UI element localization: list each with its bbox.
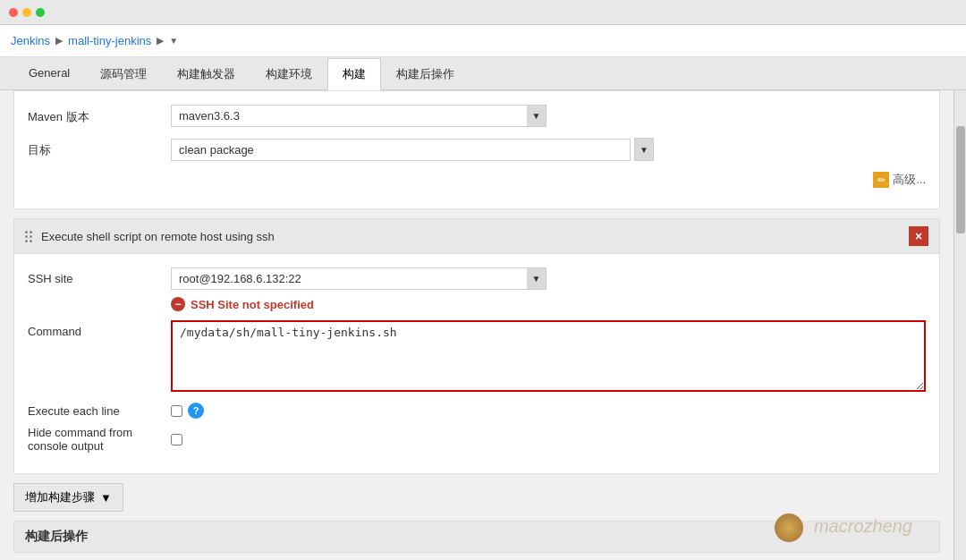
remove-ssh-button[interactable]: × (909, 226, 928, 246)
breadcrumb-dropdown-arrow[interactable]: ▼ (169, 36, 178, 46)
minimize-dot[interactable] (22, 8, 31, 17)
target-label: 目标 (28, 138, 171, 158)
maximize-dot[interactable] (36, 8, 45, 17)
hide-command-checkbox[interactable] (171, 434, 182, 445)
target-dropdown-button[interactable]: ▼ (634, 138, 654, 161)
execute-each-line-checkbox[interactable] (171, 405, 182, 417)
scrollbar[interactable] (953, 90, 966, 560)
post-build-label: 构建后操作 (13, 521, 940, 553)
tab-navigation: General 源码管理 构建触发器 构建环境 构建 构建后操作 (0, 57, 966, 90)
target-row: 目标 ▼ (28, 138, 926, 161)
ssh-site-label: SSH site (28, 272, 171, 285)
tab-build[interactable]: 构建 (327, 58, 381, 90)
maven-version-field: maven3.6.3 ▼ (171, 105, 926, 127)
maven-version-select[interactable]: maven3.6.3 (171, 105, 547, 127)
execute-each-line-label: Execute each line (28, 404, 171, 418)
tab-post[interactable]: 构建后操作 (381, 58, 470, 90)
hide-command-label: Hide command from console output (28, 426, 171, 453)
ssh-section-header: Execute shell script on remote host usin… (14, 219, 939, 254)
drag-dot (25, 231, 28, 233)
execute-each-line-help-icon[interactable]: ? (188, 403, 204, 419)
ssh-error-row: − SSH Site not specified (171, 297, 926, 311)
target-field: ▼ (171, 138, 926, 161)
scrollbar-thumb[interactable] (956, 126, 965, 233)
maven-version-select-wrapper: maven3.6.3 ▼ (171, 105, 547, 127)
drag-dot (25, 240, 28, 242)
tab-general[interactable]: General (13, 58, 85, 90)
drag-dot-row-3 (25, 240, 34, 242)
error-icon: − (171, 297, 185, 311)
bottom-section: 增加构建步骤 ▼ (13, 483, 940, 512)
advanced-label: 高级... (893, 172, 926, 188)
advanced-button[interactable]: ✏ 高级... (873, 172, 926, 188)
main-wrapper: Maven 版本 maven3.6.3 ▼ 目标 ▼ (0, 90, 966, 560)
tab-trigger[interactable]: 构建触发器 (162, 58, 250, 90)
add-build-step-label: 增加构建步骤 (25, 489, 95, 505)
execute-each-line-field: ? (171, 403, 204, 419)
ssh-section-title-text: Execute shell script on remote host usin… (41, 230, 275, 243)
execute-each-line-row: Execute each line ? (28, 403, 926, 419)
content-area: Maven 版本 maven3.6.3 ▼ 目标 ▼ (0, 90, 953, 560)
breadcrumb-project[interactable]: mall-tiny-jenkins (68, 34, 151, 47)
drag-handle[interactable] (25, 229, 34, 243)
drag-dot (30, 235, 32, 238)
add-build-step-button[interactable]: 增加构建步骤 ▼ (13, 483, 123, 512)
tab-source[interactable]: 源码管理 (85, 58, 162, 90)
jenkins-header: Jenkins ▶ mall-tiny-jenkins ▶ ▼ (0, 25, 966, 57)
command-row: Command /mydata/sh/mall-tiny-jenkins.sh (28, 320, 926, 392)
footer-buttons: 保存 应用 (0, 553, 953, 560)
maven-version-label: Maven 版本 (28, 105, 171, 125)
hide-command-row: Hide command from console output (28, 426, 926, 453)
ssh-site-row: SSH site root@192.168.6.132:22 ▼ (28, 267, 926, 290)
ssh-site-select[interactable]: root@192.168.6.132:22 (171, 267, 547, 290)
ssh-error-text: SSH Site not specified (191, 298, 314, 311)
ssh-section: Execute shell script on remote host usin… (13, 218, 940, 474)
target-input-wrapper: ▼ (171, 138, 654, 161)
ssh-site-select-wrapper: root@192.168.6.132:22 ▼ (171, 267, 547, 290)
drag-dot-row-2 (25, 235, 34, 238)
add-build-step-arrow: ▼ (100, 491, 112, 505)
drag-dot-row-1 (25, 231, 34, 233)
breadcrumb-jenkins[interactable]: Jenkins (11, 34, 50, 47)
drag-dot (30, 240, 32, 242)
browser-bar (0, 0, 966, 25)
drag-dot (30, 231, 32, 233)
drag-dot (25, 235, 28, 238)
ssh-section-body: SSH site root@192.168.6.132:22 ▼ − SSH S… (14, 254, 939, 473)
tab-env[interactable]: 构建环境 (250, 58, 327, 90)
ssh-section-title: Execute shell script on remote host usin… (25, 229, 275, 243)
breadcrumb-separator-2: ▶ (157, 35, 164, 47)
command-textarea[interactable]: /mydata/sh/mall-tiny-jenkins.sh (171, 320, 926, 392)
close-dot[interactable] (9, 8, 18, 17)
maven-section: Maven 版本 maven3.6.3 ▼ 目标 ▼ (13, 90, 940, 209)
hide-command-field (171, 434, 182, 445)
target-input[interactable] (171, 139, 631, 161)
breadcrumb-separator-1: ▶ (55, 35, 63, 47)
advanced-row: ✏ 高级... (28, 172, 926, 188)
pencil-icon: ✏ (873, 172, 889, 188)
maven-version-row: Maven 版本 maven3.6.3 ▼ (28, 105, 926, 127)
command-label: Command (28, 320, 171, 338)
